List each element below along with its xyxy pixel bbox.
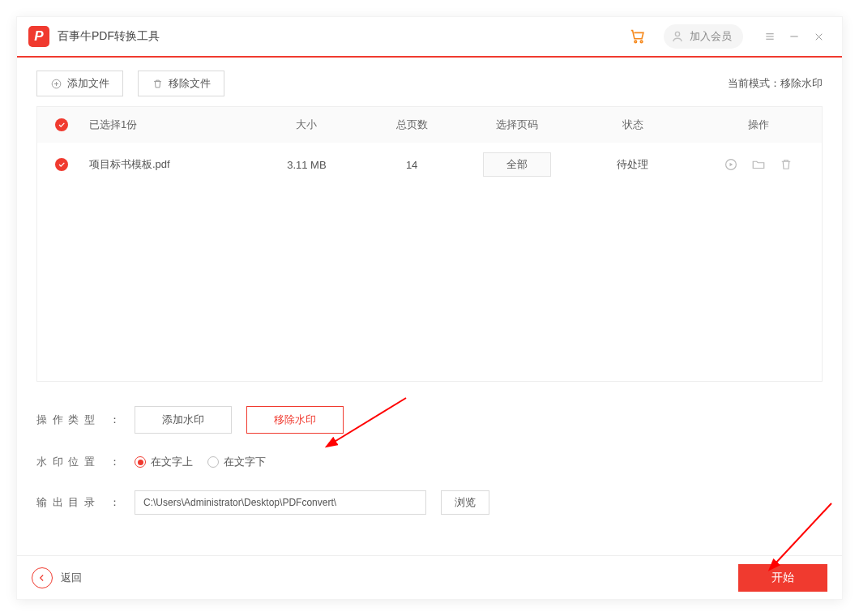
remove-file-label: 移除文件 <box>169 76 211 91</box>
trash-icon <box>152 78 164 90</box>
app-title: 百事牛PDF转换工具 <box>58 29 160 44</box>
operation-type-label: 操作类型 <box>36 413 95 427</box>
start-button[interactable]: 开始 <box>738 564 827 592</box>
file-table: 已选择1份 大小 总页数 选择页码 状态 操作 项目标书模板.pdf 3.11 … <box>36 106 823 382</box>
select-all-checkbox[interactable] <box>55 118 68 131</box>
row-pages: 14 <box>359 159 464 171</box>
page-range-label: 全部 <box>506 157 528 172</box>
browse-label: 浏览 <box>455 495 476 510</box>
svg-point-2 <box>675 32 679 36</box>
add-file-label: 添加文件 <box>67 76 109 91</box>
close-icon[interactable] <box>806 24 831 49</box>
cart-icon[interactable] <box>628 27 647 46</box>
watermark-position-label: 水印位置 <box>36 455 95 469</box>
minimize-icon[interactable] <box>782 24 806 49</box>
titlebar: P 百事牛PDF转换工具 加入会员 <box>17 17 842 58</box>
col-selected: 已选择1份 <box>86 118 254 132</box>
watermark-position-row: 水印位置： 在文字上 在文字下 <box>36 455 823 469</box>
output-path-value: C:\Users\Administrator\Desktop\PDFconver… <box>143 497 336 508</box>
position-below-label: 在文字下 <box>224 455 266 469</box>
col-size: 大小 <box>254 118 360 132</box>
col-status: 状态 <box>570 118 696 132</box>
start-label: 开始 <box>771 571 794 585</box>
position-above-label: 在文字上 <box>151 455 193 469</box>
output-path-input[interactable]: C:\Users\Administrator\Desktop\PDFconver… <box>135 490 426 515</box>
check-icon <box>58 160 66 169</box>
col-pages: 总页数 <box>359 118 464 132</box>
output-dir-label: 输出目录 <box>36 495 95 510</box>
add-file-button[interactable]: 添加文件 <box>36 71 123 96</box>
footer-bar: 返回 开始 <box>17 555 842 599</box>
arrow-left-icon <box>32 567 53 588</box>
vip-label: 加入会员 <box>690 29 732 44</box>
plus-circle-icon <box>50 78 62 90</box>
table-header: 已选择1份 大小 总页数 选择页码 状态 操作 <box>37 107 822 143</box>
position-below-radio[interactable]: 在文字下 <box>207 455 266 469</box>
row-filename: 项目标书模板.pdf <box>86 157 254 172</box>
back-button[interactable]: 返回 <box>32 567 82 588</box>
radio-circle-icon <box>207 456 219 468</box>
person-icon <box>670 29 685 44</box>
menu-icon[interactable] <box>758 24 782 49</box>
position-above-radio[interactable]: 在文字上 <box>135 455 193 469</box>
remove-watermark-button[interactable]: 移除水印 <box>246 406 344 434</box>
col-pagesel: 选择页码 <box>464 118 570 132</box>
delete-icon[interactable] <box>779 157 793 172</box>
row-actions <box>695 157 822 172</box>
row-checkbox[interactable] <box>55 158 68 171</box>
content-area: 添加文件 移除文件 当前模式：移除水印 已选择1份 大小 总页数 选择页码 状态 <box>17 58 842 555</box>
app-window: P 百事牛PDF转换工具 加入会员 <box>16 16 843 600</box>
options-panel: 操作类型： 添加水印 移除水印 水印位置： 在文字上 在文字下 <box>36 406 823 515</box>
browse-button[interactable]: 浏览 <box>441 490 489 515</box>
check-icon <box>58 121 66 129</box>
row-size: 3.11 MB <box>254 159 360 171</box>
play-icon[interactable] <box>724 157 738 172</box>
row-status: 待处理 <box>570 157 696 172</box>
add-watermark-button[interactable]: 添加水印 <box>135 406 232 434</box>
current-mode-label: 当前模式：移除水印 <box>728 76 823 91</box>
radio-circle-icon <box>135 456 146 468</box>
back-label: 返回 <box>61 571 82 585</box>
window-controls <box>758 24 831 49</box>
app-logo-icon: P <box>28 26 49 47</box>
join-vip-button[interactable]: 加入会员 <box>664 24 743 49</box>
remove-file-button[interactable]: 移除文件 <box>138 71 224 96</box>
folder-icon[interactable] <box>751 157 766 172</box>
file-toolbar: 添加文件 移除文件 当前模式：移除水印 <box>36 71 823 96</box>
col-actions: 操作 <box>695 118 822 132</box>
output-dir-row: 输出目录： C:\Users\Administrator\Desktop\PDF… <box>36 490 823 515</box>
svg-point-0 <box>635 41 637 43</box>
page-range-selector[interactable]: 全部 <box>483 152 551 177</box>
svg-point-1 <box>640 41 643 43</box>
operation-type-row: 操作类型： 添加水印 移除水印 <box>36 406 823 434</box>
table-row: 项目标书模板.pdf 3.11 MB 14 全部 待处理 <box>37 143 822 186</box>
add-watermark-label: 添加水印 <box>162 413 204 427</box>
remove-watermark-label: 移除水印 <box>274 413 316 427</box>
